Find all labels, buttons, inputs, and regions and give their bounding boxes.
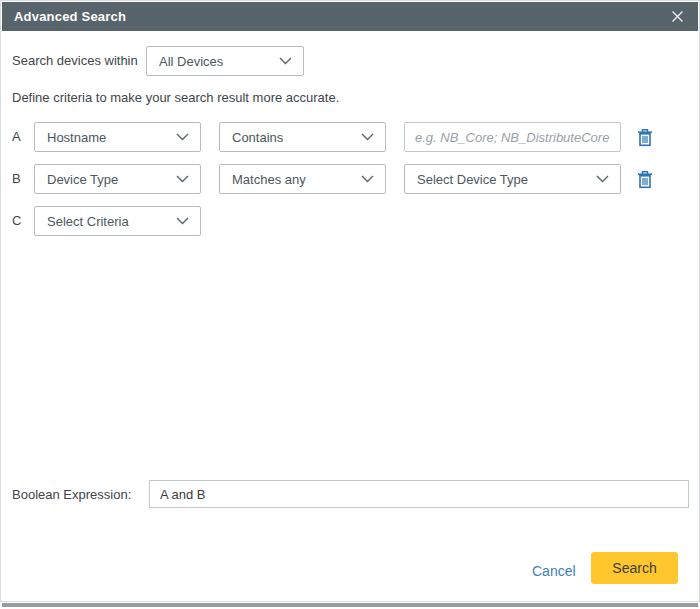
criteria-b-field-select[interactable]: Device Type	[34, 164, 201, 194]
criteria-a-value-input[interactable]	[404, 122, 621, 152]
chevron-down-icon	[361, 175, 374, 183]
chevron-down-icon	[361, 133, 374, 141]
advanced-search-dialog: Advanced Search Search devices within Al…	[0, 0, 700, 602]
chevron-down-icon	[176, 133, 189, 141]
scope-label: Search devices within	[12, 53, 138, 68]
criteria-row-letter-b: B	[12, 171, 21, 186]
scope-select-value: All Devices	[159, 54, 271, 69]
criteria-description: Define criteria to make your search resu…	[12, 90, 339, 105]
criteria-a-delete-trash-icon[interactable]	[635, 126, 655, 148]
chevron-down-icon	[596, 175, 609, 183]
chevron-down-icon	[279, 57, 292, 65]
dialog-bottom-shadow	[2, 603, 698, 607]
criteria-c-field-value: Select Criteria	[47, 214, 168, 229]
criteria-b-operator-value: Matches any	[232, 172, 353, 187]
chevron-down-icon	[176, 217, 189, 225]
criteria-b-field-value: Device Type	[47, 172, 168, 187]
criteria-a-operator-value: Contains	[232, 130, 353, 145]
criteria-row-letter-a: A	[12, 129, 21, 144]
criteria-a-operator-select[interactable]: Contains	[219, 122, 386, 152]
criteria-b-value-select[interactable]: Select Device Type	[404, 164, 621, 194]
criteria-b-delete-trash-icon[interactable]	[635, 168, 655, 190]
criteria-b-operator-select[interactable]: Matches any	[219, 164, 386, 194]
criteria-a-field-select[interactable]: Hostname	[34, 122, 201, 152]
dialog-titlebar: Advanced Search	[2, 2, 698, 31]
scope-select[interactable]: All Devices	[146, 46, 304, 76]
criteria-c-field-select[interactable]: Select Criteria	[34, 206, 201, 236]
cancel-button[interactable]: Cancel	[532, 563, 576, 579]
dialog-title: Advanced Search	[14, 9, 126, 24]
search-button[interactable]: Search	[591, 552, 678, 584]
boolean-expression-input[interactable]	[149, 480, 689, 508]
criteria-a-field-value: Hostname	[47, 130, 168, 145]
criteria-b-value: Select Device Type	[417, 172, 588, 187]
chevron-down-icon	[176, 175, 189, 183]
close-icon[interactable]	[668, 8, 686, 26]
criteria-row-letter-c: C	[12, 213, 21, 228]
boolean-expression-label: Boolean Expression:	[12, 487, 131, 502]
